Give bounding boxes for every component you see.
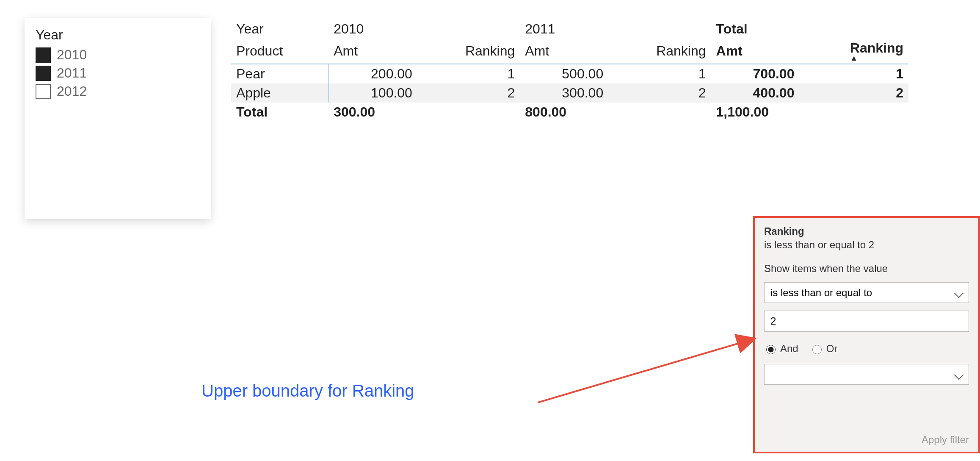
cell-ranking-total: 1	[799, 64, 908, 83]
header-ranking-total-label: Ranking	[850, 40, 903, 56]
slicer-item-label: 2012	[57, 83, 87, 99]
cell-amt-total: 1,100.00	[711, 103, 908, 122]
filter-summary: is less than or equal to 2	[764, 239, 969, 251]
cell-amt: 200.00	[329, 64, 417, 83]
cell-ranking: 1	[608, 64, 711, 83]
filter-logic-group: And Or	[764, 343, 969, 355]
apply-filter-button[interactable]: Apply filter	[922, 434, 969, 446]
cell-product: Apple	[231, 83, 329, 103]
filter-title: Ranking	[764, 225, 969, 237]
filter-condition-2-select[interactable]	[764, 364, 969, 385]
checkbox-icon	[36, 84, 51, 99]
cell-ranking: 2	[417, 83, 520, 103]
cell-amt: 300.00	[329, 103, 520, 122]
cell-ranking: 1	[417, 64, 520, 83]
slicer-item-2010[interactable]: 2010	[36, 47, 200, 63]
checkbox-icon	[36, 66, 51, 81]
header-year-label: Year	[231, 19, 329, 39]
filter-card-ranking: Ranking is less than or equal to 2 Show …	[753, 216, 980, 453]
slicer-title: Year	[36, 27, 200, 43]
filter-value-1-input[interactable]	[764, 311, 969, 332]
header-ranking-2010[interactable]: Ranking	[417, 39, 520, 64]
table-total-row: Total 300.00 800.00 1,100.00	[231, 103, 908, 122]
slicer-item-label: 2011	[57, 65, 87, 81]
annotation-label: Upper boundary for Ranking	[202, 381, 414, 400]
filter-condition-1-select[interactable]: is less than or equal to	[764, 282, 969, 303]
svg-line-0	[538, 339, 754, 403]
cell-amt-total: 400.00	[711, 83, 800, 103]
slicer-item-label: 2010	[57, 47, 87, 63]
sort-ascending-icon: ▲	[804, 56, 903, 62]
cell-total-label: Total	[231, 103, 329, 122]
radio-or[interactable]	[812, 345, 822, 354]
slicer-item-2012[interactable]: 2012	[36, 83, 200, 99]
radio-and-label: And	[780, 343, 798, 355]
header-group-2011: 2011	[520, 19, 711, 39]
header-group-total: Total	[711, 19, 908, 39]
cell-ranking: 2	[608, 83, 711, 103]
slicer-item-2011[interactable]: 2011	[36, 65, 200, 81]
cell-amt: 300.00	[520, 83, 608, 103]
cell-amt: 100.00	[329, 83, 417, 103]
table-row[interactable]: Pear 200.00 1 500.00 1 700.00 1	[231, 64, 908, 83]
header-amt-total[interactable]: Amt	[711, 39, 800, 64]
checkbox-icon	[36, 47, 51, 63]
header-product-label: Product	[231, 39, 329, 64]
filter-prompt: Show items when the value	[764, 263, 969, 275]
filter-logic-and[interactable]: And	[764, 343, 798, 355]
header-amt-2011[interactable]: Amt	[520, 39, 608, 64]
header-ranking-2011[interactable]: Ranking	[608, 39, 711, 64]
cell-amt-total: 700.00	[711, 64, 800, 83]
cell-product: Pear	[231, 64, 329, 83]
matrix-visual[interactable]: Year 2010 2011 Total Product Amt Ranking…	[231, 19, 908, 122]
header-ranking-total[interactable]: Ranking ▲	[799, 39, 908, 64]
radio-or-label: Or	[826, 343, 838, 355]
cell-amt: 500.00	[520, 64, 608, 83]
cell-amt: 800.00	[520, 103, 711, 122]
header-amt-2010[interactable]: Amt	[329, 39, 417, 64]
header-group-2010: 2010	[329, 19, 520, 39]
radio-and[interactable]	[766, 345, 776, 354]
cell-ranking-total: 2	[799, 83, 908, 103]
filter-logic-or[interactable]: Or	[810, 343, 838, 355]
table-row[interactable]: Apple 100.00 2 300.00 2 400.00 2	[231, 83, 908, 103]
year-slicer: Year 2010 2011 2012	[25, 18, 211, 219]
annotation-arrow-icon	[538, 330, 775, 424]
